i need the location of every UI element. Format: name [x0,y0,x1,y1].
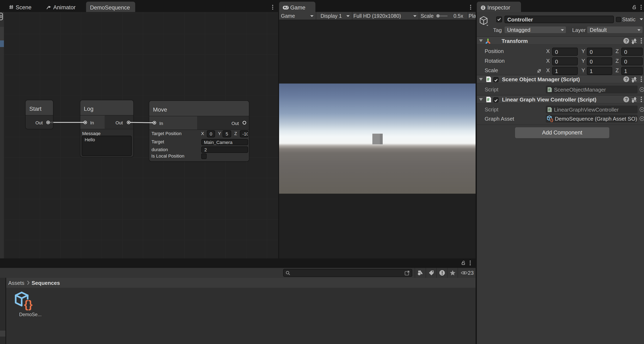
svg-text:#: # [487,97,490,102]
svg-text:?: ? [625,77,628,82]
svg-text:#: # [548,107,550,112]
svg-text:#: # [487,77,490,82]
svg-text:?: ? [625,38,628,43]
svg-text:?: ? [625,97,628,102]
svg-text:#: # [548,87,550,92]
svg-text:{}: {} [550,118,553,122]
svg-text:{}: {} [24,298,32,310]
